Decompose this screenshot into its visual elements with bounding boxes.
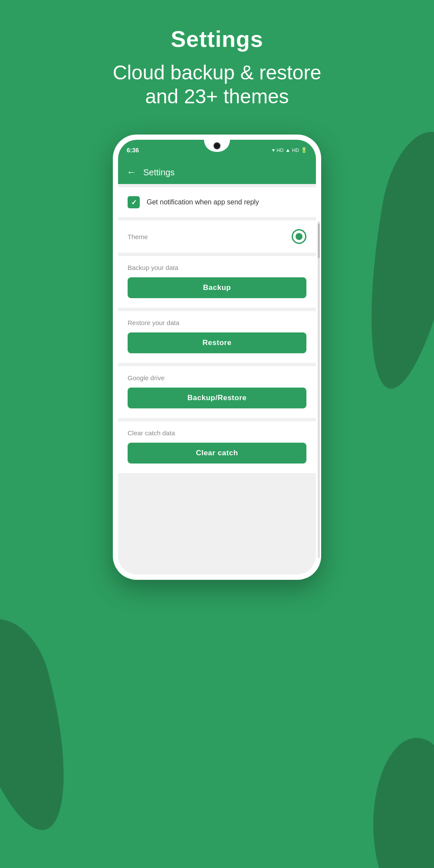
status-bar: 6:36 ▾ HD ▲ HD 🔋 <box>118 140 316 161</box>
scrollbar-track <box>318 221 320 558</box>
status-time: 6:36 <box>127 147 139 154</box>
restore-card: Restore your data Restore <box>118 311 316 363</box>
notification-label: Get notification when app send reply <box>147 197 259 207</box>
clear-cache-label: Clear catch data <box>128 429 306 437</box>
camera-icon <box>214 142 220 149</box>
backup-label: Backup your data <box>128 264 306 271</box>
header-area: Settings Cloud backup & restore and 23+ … <box>0 0 434 108</box>
backup-card: Backup your data Backup <box>118 256 316 308</box>
theme-card[interactable]: Theme <box>118 220 316 253</box>
settings-content: ✓ Get notification when app send reply T… <box>118 184 316 575</box>
radio-inner <box>296 233 302 240</box>
phone-body: 6:36 ▾ HD ▲ HD 🔋 ← Settings ✓ <box>113 135 321 580</box>
back-button[interactable]: ← <box>127 167 136 178</box>
google-drive-label: Google drive <box>128 374 306 381</box>
hd-label: HD <box>276 148 283 153</box>
phone-mockup: 6:36 ▾ HD ▲ HD 🔋 ← Settings ✓ <box>0 135 434 580</box>
decorative-wave-bottom <box>373 738 434 868</box>
backup-button[interactable]: Backup <box>128 277 306 298</box>
notification-row: ✓ Get notification when app send reply <box>128 196 306 208</box>
decorative-wave-left <box>0 609 87 841</box>
google-drive-card: Google drive Backup/Restore <box>118 366 316 418</box>
phone-notch <box>204 140 230 152</box>
battery-icon: 🔋 <box>301 147 307 153</box>
hd-label-2: HD <box>292 148 299 153</box>
app-bar: ← Settings <box>118 161 316 184</box>
clear-cache-card: Clear catch data Clear catch <box>118 421 316 473</box>
scrollbar-thumb[interactable] <box>318 224 320 258</box>
google-drive-button[interactable]: Backup/Restore <box>128 388 306 408</box>
page-subtitle: Cloud backup & restore and 23+ themes <box>0 61 434 108</box>
clear-cache-button[interactable]: Clear catch <box>128 443 306 464</box>
theme-row: Theme <box>128 229 306 244</box>
restore-button[interactable]: Restore <box>128 332 306 353</box>
signal-icon: ▲ <box>285 147 290 153</box>
restore-label: Restore your data <box>128 319 306 326</box>
app-bar-title: Settings <box>143 168 174 178</box>
checkmark-icon: ✓ <box>131 198 137 207</box>
theme-radio[interactable] <box>292 229 306 244</box>
page-title: Settings <box>0 26 434 52</box>
notification-card: ✓ Get notification when app send reply <box>118 187 316 217</box>
notification-checkbox[interactable]: ✓ <box>128 196 140 208</box>
wifi-icon: ▾ <box>272 147 275 153</box>
status-icons: ▾ HD ▲ HD 🔋 <box>272 147 307 153</box>
theme-label: Theme <box>128 233 148 240</box>
